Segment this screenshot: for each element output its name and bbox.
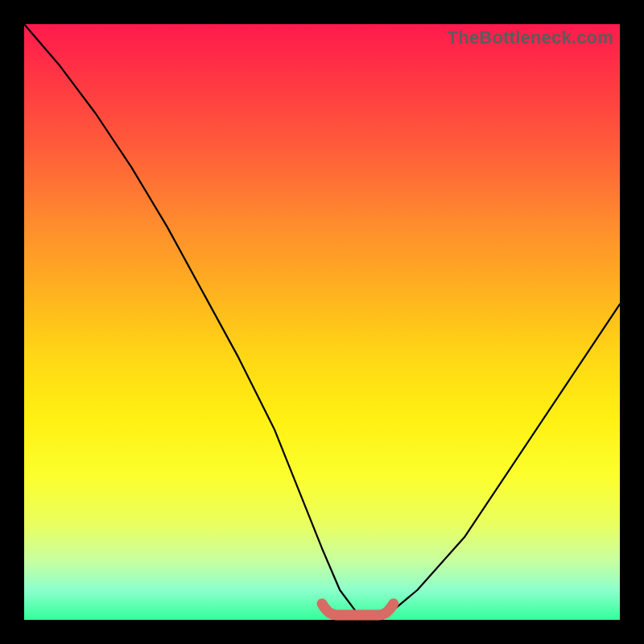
bottleneck-curve — [24, 24, 620, 620]
chart-plot-area: TheBottleneck.com — [24, 24, 620, 620]
flat-zone-marker — [322, 604, 394, 615]
chart-overlay — [24, 24, 620, 620]
chart-frame: TheBottleneck.com — [0, 0, 644, 644]
